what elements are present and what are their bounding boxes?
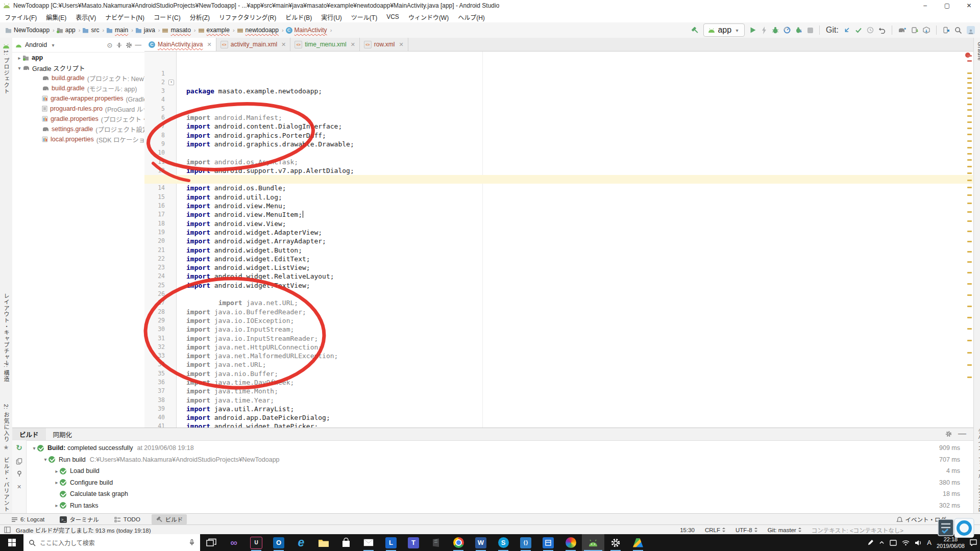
code-line-39[interactable]: 39 import android.widget.DatePicker; (144, 387, 973, 395)
warning-stripe-mark[interactable] (967, 187, 972, 188)
warning-stripe-mark[interactable] (967, 82, 972, 84)
taskbar-icon-globe[interactable] (559, 534, 582, 551)
code-line-14[interactable]: 14 import android.view.Menu; (144, 166, 973, 175)
tree-item-settings.gradle[interactable]: settings.gradle (プロジェクト設定) (12, 124, 144, 134)
close-build-panel-icon[interactable]: × (17, 483, 21, 491)
code-line-37[interactable]: 37 import java.util.ArrayList; (144, 369, 973, 378)
warning-stripe-mark[interactable] (967, 283, 972, 285)
build-row-Calculate task graph[interactable]: Calculate task graph 18 ms (26, 488, 973, 500)
code-line-34[interactable]: 34 import java.time.DayOfWeek; (144, 343, 973, 352)
stripe-tab-0[interactable]: 1: プロジェクト (0, 44, 12, 94)
menu-t[interactable]: ツール(T) (347, 13, 382, 21)
code-line-23[interactable]: 23 import android.widget.TextView; (144, 246, 973, 255)
tree-item-app[interactable]: ▸ app (12, 53, 144, 63)
tree-item-Gradle スクリプト[interactable]: ▾ Gradle スクリプト (12, 63, 144, 73)
settings-gear-icon[interactable] (126, 42, 132, 48)
tab-row.xml[interactable]: <> row.xml ✕ (360, 38, 408, 51)
breadcrumb-example[interactable]: example (198, 27, 230, 34)
code-line-28[interactable]: 28 import java.io.InputStream; (144, 290, 973, 298)
menu-u[interactable]: 実行(U) (316, 13, 347, 21)
maximize-button[interactable]: ▢ (936, 0, 958, 11)
git-branch-indicator[interactable]: Git: master (768, 527, 801, 533)
code-line-21[interactable]: 21 import android.widget.ListView; (144, 228, 973, 237)
warning-stripe-mark[interactable] (967, 166, 972, 167)
apply-changes-icon[interactable] (761, 27, 767, 34)
tree-item-proguard-rules.pro[interactable]: proguard-rules.pro (ProGuard ルール: app) (12, 104, 144, 114)
toolwindow-button-ターミナル[interactable]: >_ターミナル (56, 514, 103, 524)
menu-f[interactable]: ファイル(F) (0, 13, 41, 21)
taskbar-icon-skype[interactable]: S (492, 534, 514, 551)
warning-stripe-mark[interactable] (967, 294, 972, 296)
code-line-5[interactable]: 5 import android.content.DialogInterface… (144, 87, 973, 95)
warning-stripe-mark[interactable] (967, 180, 972, 181)
tab-MainActivity.java[interactable]: C MainActivity.java ✕ (144, 38, 216, 51)
code-line-26[interactable]: 26 import java.io.BufferedReader; (144, 272, 973, 281)
error-stripe-mark[interactable] (967, 55, 972, 57)
menu-h[interactable]: ヘルプ(H) (453, 13, 489, 21)
menu-n[interactable]: ナビゲート(N) (101, 13, 149, 21)
warning-stripe-mark[interactable] (967, 251, 972, 253)
attach-debugger-icon[interactable] (795, 27, 803, 34)
warning-stripe-mark[interactable] (967, 92, 972, 94)
context-indicator[interactable]: コンテキスト: <コンテキストなし> (812, 526, 903, 534)
code-line-13[interactable]: 13 import android.util.Log; (144, 158, 973, 166)
code-line-35[interactable]: 35 import java.time.Month; (144, 352, 973, 360)
warning-stripe-mark[interactable] (967, 104, 972, 105)
menu-e[interactable]: 編集(E) (41, 13, 71, 21)
code-line-19[interactable]: 19 import android.widget.Button; (144, 210, 973, 219)
hide-build-panel-icon[interactable]: — (958, 429, 966, 438)
taskbar-icon-app-blue[interactable] (537, 534, 559, 551)
menu-b[interactable]: ビルド(B) (281, 13, 316, 21)
tree-item-build.gradle[interactable]: build.gradle (モジュール: app) (12, 83, 144, 93)
run-play-icon[interactable] (749, 27, 756, 34)
warning-stripe-mark[interactable] (967, 364, 972, 366)
stop-icon[interactable] (807, 28, 813, 33)
volume-icon[interactable] (915, 540, 922, 546)
avatar-icon[interactable] (967, 26, 975, 34)
close-tab-icon[interactable]: ✕ (281, 41, 286, 48)
code-line-18[interactable]: 18 import android.widget.ArrayAdapter; (144, 202, 973, 210)
caret-position[interactable]: 15:30 (680, 527, 695, 533)
taskbar-icon-word[interactable]: W (470, 534, 492, 551)
breadcrumb-newtodoapp[interactable]: newtodoapp (237, 27, 279, 34)
device-manager-icon[interactable] (943, 27, 950, 34)
taskbar-icon-visual-studio[interactable]: ∞ (223, 534, 245, 551)
menu-c[interactable]: コード(C) (149, 13, 185, 21)
code-line-6[interactable]: 6 import android.graphics.PorterDuff; (144, 95, 973, 104)
warning-stripe-mark[interactable] (967, 261, 972, 263)
taskbar-icon-outlook[interactable]: O (267, 534, 290, 551)
taskbar-icon-ide-dark[interactable]: U (245, 534, 267, 551)
code-line-1[interactable]: 1 package masato.example.newtodoapp; (144, 52, 973, 60)
sync-project-icon[interactable] (911, 27, 918, 34)
breadcrumb-app[interactable]: app (57, 27, 76, 34)
export-build-icon[interactable] (16, 458, 22, 465)
warning-stripe-mark[interactable] (967, 241, 972, 242)
toolwindow-button-ビルド[interactable]: ビルド (152, 514, 187, 524)
warning-stripe-mark[interactable] (967, 203, 972, 204)
warning-stripe-mark[interactable] (967, 147, 972, 148)
warning-stripe-mark[interactable] (967, 97, 972, 99)
code-line-17[interactable]: 17 import android.widget.AdapterView; (144, 193, 973, 202)
taskbar-icon-task-view[interactable] (200, 534, 223, 551)
warning-stripe-mark[interactable] (967, 317, 972, 318)
code-line-11[interactable]: 11 import android.support.v7.app.AppComp… (144, 140, 973, 148)
tool-window-toggle-icon[interactable] (4, 527, 11, 533)
tablet-mode-icon[interactable] (890, 540, 897, 546)
close-button[interactable]: ✕ (958, 0, 980, 11)
taskbar-icon-android-studio[interactable] (582, 534, 604, 551)
code-line-3[interactable]: 3 (144, 69, 973, 78)
warning-stripe-mark[interactable] (967, 78, 972, 79)
build-row-Configure build[interactable]: ▸ Configure build 380 ms (26, 477, 973, 489)
toolwindow-button-TODO[interactable]: TODO (110, 515, 144, 523)
warning-stripe-mark[interactable] (967, 72, 972, 74)
tree-item-local.properties[interactable]: local.properties (SDK ロケーション) (12, 134, 144, 144)
taskbar-icon-store[interactable] (335, 534, 357, 551)
close-tab-icon[interactable]: ✕ (207, 41, 211, 48)
start-button[interactable] (0, 534, 23, 551)
warning-stripe-mark[interactable] (967, 87, 972, 89)
menu-z[interactable]: 分析(Z) (185, 13, 214, 21)
menu-v[interactable]: 表示(V) (71, 13, 101, 21)
code-line-27[interactable]: 27 import java.io.IOException; (144, 281, 973, 290)
code-line-33[interactable]: 33 import java.nio.Buffer; (144, 334, 973, 343)
fold-marker-icon[interactable]: ▾ (168, 80, 174, 85)
